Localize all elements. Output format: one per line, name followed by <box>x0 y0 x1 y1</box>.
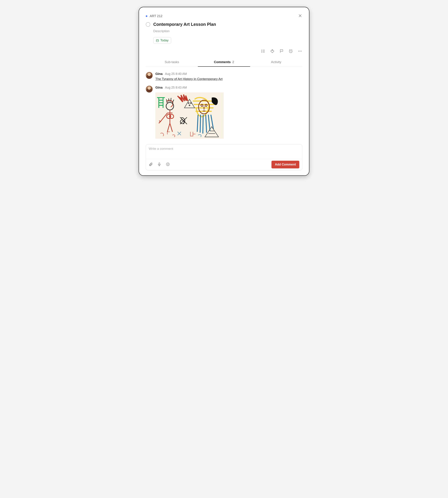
comment-composer: Add Comment <box>146 144 302 170</box>
comment-header: Gina Aug 25 8:40 AM <box>155 72 223 76</box>
avatar[interactable] <box>146 86 153 92</box>
comment-header: Gina Aug 25 8:43 AM <box>155 86 224 89</box>
add-comment-button[interactable]: Add Comment <box>272 161 299 168</box>
task-detail-card: ART 212 Contemporary Art Lesson Plan Des… <box>139 7 309 176</box>
comment-time: Aug 25 8:40 AM <box>165 72 187 76</box>
description-placeholder[interactable]: Description <box>153 29 302 33</box>
svg-line-14 <box>289 50 290 50</box>
comment-time: Aug 25 8:43 AM <box>165 86 187 89</box>
svg-point-31 <box>167 164 167 164</box>
calendar-icon <box>156 39 159 42</box>
header-row: ART 212 <box>146 14 302 18</box>
comment-content: Gina Aug 25 8:43 AM <box>155 86 224 139</box>
tab-comments[interactable]: Comments 2 <box>198 58 250 67</box>
task-title[interactable]: Contemporary Art Lesson Plan <box>153 22 216 27</box>
complete-checkbox[interactable] <box>146 22 150 27</box>
list-icon[interactable] <box>261 49 265 54</box>
comments-list: Gina Aug 25 8:40 AM The Tyranny of Art H… <box>146 72 302 139</box>
svg-point-26 <box>188 103 189 103</box>
tag-icon[interactable] <box>270 49 274 54</box>
schedule-chip[interactable]: Today <box>153 37 171 44</box>
emoji-icon[interactable] <box>166 162 170 167</box>
task-toolbar <box>146 49 302 54</box>
close-icon[interactable] <box>298 14 302 18</box>
composer-icons <box>149 162 170 167</box>
svg-line-15 <box>292 50 292 50</box>
svg-point-30 <box>166 163 169 166</box>
comment-content: Gina Aug 25 8:40 AM The Tyranny of Art H… <box>155 72 223 81</box>
svg-point-6 <box>261 52 262 52</box>
tab-comments-label: Comments <box>214 60 231 64</box>
composer-actions: Add Comment <box>149 161 299 168</box>
more-icon[interactable] <box>298 49 302 54</box>
comment-body: The Tyranny of Art History in Contempora… <box>155 77 223 81</box>
comment-author: Gina <box>155 86 162 89</box>
flag-icon[interactable] <box>279 49 284 54</box>
svg-point-28 <box>189 105 190 106</box>
attachment-icon[interactable] <box>149 162 153 167</box>
comment-image[interactable] <box>155 92 224 139</box>
tabs: Sub-tasks Comments 2 Activity <box>146 58 302 67</box>
breadcrumb[interactable]: ART 212 <box>146 14 162 18</box>
svg-point-18 <box>301 51 302 52</box>
project-name: ART 212 <box>150 14 162 18</box>
comment-author: Gina <box>155 72 162 76</box>
avatar[interactable] <box>146 72 153 79</box>
microphone-icon[interactable] <box>157 162 161 167</box>
tab-activity[interactable]: Activity <box>250 58 302 67</box>
tab-activity-label: Activity <box>271 60 281 64</box>
schedule-label: Today <box>160 39 169 42</box>
svg-point-32 <box>168 164 169 164</box>
svg-point-16 <box>298 51 299 52</box>
tab-subtasks-label: Sub-tasks <box>165 60 179 64</box>
svg-line-13 <box>291 51 291 52</box>
svg-point-4 <box>261 50 262 50</box>
tab-subtasks[interactable]: Sub-tasks <box>146 58 198 67</box>
svg-point-10 <box>272 50 273 51</box>
svg-rect-29 <box>159 163 160 165</box>
svg-point-17 <box>300 51 300 52</box>
comment-input[interactable] <box>149 147 299 157</box>
svg-point-5 <box>261 51 262 51</box>
comment-item: Gina Aug 25 8:40 AM The Tyranny of Art H… <box>146 72 302 81</box>
project-color-dot <box>146 15 147 17</box>
comment-body <box>155 91 224 139</box>
svg-point-27 <box>190 103 192 103</box>
title-row: Contemporary Art Lesson Plan <box>146 22 302 27</box>
tab-comments-count: 2 <box>232 60 234 64</box>
svg-rect-2 <box>156 39 159 42</box>
comment-item: Gina Aug 25 8:43 AM <box>146 86 302 139</box>
reminder-icon[interactable] <box>288 49 293 54</box>
comment-link[interactable]: The Tyranny of Art History in Contempora… <box>155 77 223 81</box>
